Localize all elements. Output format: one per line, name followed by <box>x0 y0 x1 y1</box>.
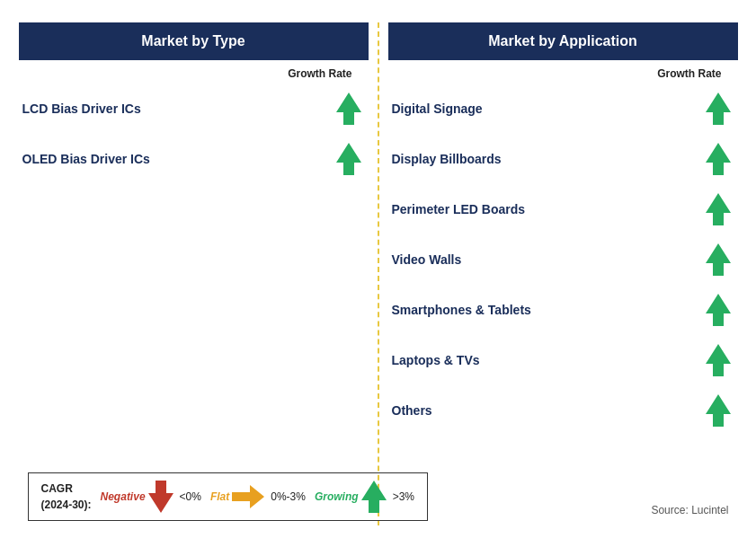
legend-right-arrow-icon <box>232 485 264 508</box>
svg-marker-6 <box>706 294 731 326</box>
svg-marker-0 <box>336 93 361 125</box>
row-label: Perimeter LED Boards <box>392 202 526 216</box>
svg-marker-3 <box>706 143 731 175</box>
left-panel-header: Market by Type <box>19 22 369 60</box>
svg-marker-7 <box>706 344 731 376</box>
left-growth-label: Growth Rate <box>19 67 369 80</box>
row-label: Video Walls <box>392 252 462 267</box>
up-arrow-icon <box>336 143 361 175</box>
up-arrow-icon <box>706 344 731 376</box>
legend-flat-label: Flat <box>210 490 229 503</box>
svg-marker-10 <box>232 485 264 508</box>
legend-flat-value: 0%-3% <box>271 490 306 503</box>
left-panel: Market by Type Growth Rate LCD Bias Driv… <box>19 22 369 525</box>
source-label: Source: Lucintel <box>651 504 728 516</box>
table-row: Smartphones & Tablets <box>388 285 738 335</box>
row-label: LCD Bias Driver ICs <box>22 101 141 116</box>
legend-negative: Negative <0% <box>101 481 201 513</box>
table-row: Others <box>388 385 738 436</box>
table-row: OLED Bias Driver ICs <box>19 134 369 184</box>
svg-marker-9 <box>148 481 173 513</box>
legend-down-arrow-icon <box>148 481 173 513</box>
legend-cagr-label: CAGR(2024-30): <box>41 481 92 513</box>
legend-growing-label: Growing <box>315 490 359 503</box>
table-row: Digital Signage <box>388 84 738 134</box>
legend-growing: Growing >3% <box>315 481 414 513</box>
legend-up-arrow-icon <box>361 481 387 513</box>
legend-flat: Flat 0%-3% <box>210 485 306 508</box>
legend-growing-value: >3% <box>393 490 414 503</box>
left-items-list: LCD Bias Driver ICs OLED Bias Driver ICs <box>19 84 369 184</box>
svg-marker-11 <box>361 481 387 513</box>
svg-marker-1 <box>336 143 361 175</box>
legend-negative-value: <0% <box>180 490 201 503</box>
row-label: Digital Signage <box>392 101 483 116</box>
up-arrow-icon <box>706 394 731 427</box>
table-row: Perimeter LED Boards <box>388 184 738 234</box>
svg-marker-5 <box>706 243 731 276</box>
main-container: Market by Type Growth Rate LCD Bias Driv… <box>10 9 747 539</box>
up-arrow-icon <box>706 143 731 175</box>
up-arrow-icon <box>706 93 731 125</box>
svg-marker-8 <box>706 394 731 427</box>
row-label: Others <box>392 403 432 418</box>
up-arrow-icon <box>706 193 731 225</box>
row-label: Display Billboards <box>392 152 502 166</box>
up-arrow-icon <box>706 243 731 276</box>
row-label: Laptops & TVs <box>392 353 480 367</box>
svg-marker-4 <box>706 193 731 225</box>
legend-negative-label: Negative <box>101 490 146 503</box>
up-arrow-icon <box>336 93 361 125</box>
table-row: Video Walls <box>388 234 738 285</box>
right-panel-header: Market by Application <box>388 22 738 60</box>
svg-marker-2 <box>706 93 731 125</box>
right-growth-label: Growth Rate <box>388 67 738 80</box>
right-panel: Market by Application Growth Rate Digita… <box>388 22 738 525</box>
row-label: Smartphones & Tablets <box>392 303 531 317</box>
up-arrow-icon <box>706 294 731 326</box>
right-items-list: Digital Signage Display Billboards Perim… <box>388 84 738 436</box>
table-row: LCD Bias Driver ICs <box>19 84 369 134</box>
row-label: OLED Bias Driver ICs <box>22 152 150 166</box>
panel-divider <box>378 22 379 525</box>
table-row: Laptops & TVs <box>388 335 738 385</box>
legend-box: CAGR(2024-30): Negative <0% Flat 0%-3% G… <box>28 472 428 521</box>
table-row: Display Billboards <box>388 134 738 184</box>
